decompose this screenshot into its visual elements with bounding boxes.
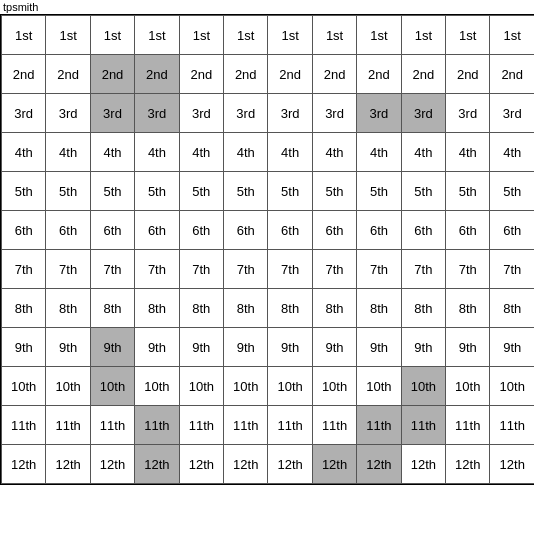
table-cell: 10th — [135, 367, 179, 406]
table-cell: 11th — [312, 406, 356, 445]
table-cell: 12th — [312, 445, 356, 484]
table-cell: 1st — [179, 16, 223, 55]
table-cell: 9th — [490, 328, 534, 367]
table-cell: 7th — [490, 250, 534, 289]
table-cell: 11th — [268, 406, 312, 445]
table-cell: 4th — [2, 133, 46, 172]
table-cell: 2nd — [135, 55, 179, 94]
table-cell: 4th — [268, 133, 312, 172]
table-row: 1st1st1st1st1st1st1st1st1st1st1st1st — [2, 16, 535, 55]
table-row: 6th6th6th6th6th6th6th6th6th6th6th6th — [2, 211, 535, 250]
table-cell: 8th — [490, 289, 534, 328]
table-cell: 5th — [312, 172, 356, 211]
table-cell: 10th — [357, 367, 401, 406]
table-cell: 11th — [179, 406, 223, 445]
table-cell: 4th — [490, 133, 534, 172]
table-cell: 1st — [2, 16, 46, 55]
table-cell: 8th — [401, 289, 445, 328]
table-cell: 3rd — [312, 94, 356, 133]
table-cell: 11th — [446, 406, 490, 445]
table-cell: 10th — [268, 367, 312, 406]
table-cell: 10th — [446, 367, 490, 406]
table-row: 8th8th8th8th8th8th8th8th8th8th8th8th — [2, 289, 535, 328]
table-cell: 10th — [2, 367, 46, 406]
ordinal-grid: 1st1st1st1st1st1st1st1st1st1st1st1st2nd2… — [1, 15, 534, 484]
table-cell: 1st — [446, 16, 490, 55]
table-cell: 12th — [268, 445, 312, 484]
table-cell: 10th — [312, 367, 356, 406]
table-cell: 2nd — [46, 55, 90, 94]
table-cell: 5th — [46, 172, 90, 211]
table-cell: 7th — [268, 250, 312, 289]
table-cell: 9th — [2, 328, 46, 367]
table-cell: 8th — [90, 289, 134, 328]
table-cell: 7th — [135, 250, 179, 289]
table-cell: 10th — [179, 367, 223, 406]
title-bar: tpsmith — [0, 0, 534, 14]
table-cell: 2nd — [268, 55, 312, 94]
table-row: 2nd2nd2nd2nd2nd2nd2nd2nd2nd2nd2nd2nd — [2, 55, 535, 94]
table-cell: 4th — [357, 133, 401, 172]
table-row: 3rd3rd3rd3rd3rd3rd3rd3rd3rd3rd3rd3rd — [2, 94, 535, 133]
table-cell: 4th — [312, 133, 356, 172]
table-cell: 10th — [401, 367, 445, 406]
table-cell: 11th — [2, 406, 46, 445]
table-cell: 4th — [179, 133, 223, 172]
table-cell: 12th — [2, 445, 46, 484]
table-cell: 5th — [2, 172, 46, 211]
table-cell: 1st — [90, 16, 134, 55]
table-cell: 9th — [312, 328, 356, 367]
table-row: 12th12th12th12th12th12th12th12th12th12th… — [2, 445, 535, 484]
table-row: 4th4th4th4th4th4th4th4th4th4th4th4th — [2, 133, 535, 172]
table-cell: 6th — [2, 211, 46, 250]
table-cell: 6th — [46, 211, 90, 250]
table-cell: 7th — [446, 250, 490, 289]
table-cell: 7th — [90, 250, 134, 289]
table-cell: 5th — [490, 172, 534, 211]
table-cell: 11th — [490, 406, 534, 445]
table-cell: 8th — [357, 289, 401, 328]
table-cell: 1st — [135, 16, 179, 55]
table-cell: 7th — [224, 250, 268, 289]
table-cell: 8th — [312, 289, 356, 328]
table-cell: 8th — [224, 289, 268, 328]
table-cell: 7th — [357, 250, 401, 289]
table-cell: 4th — [401, 133, 445, 172]
table-cell: 3rd — [357, 94, 401, 133]
table-cell: 11th — [224, 406, 268, 445]
table-cell: 2nd — [90, 55, 134, 94]
table-cell: 6th — [490, 211, 534, 250]
table-cell: 1st — [46, 16, 90, 55]
table-cell: 12th — [357, 445, 401, 484]
table-cell: 8th — [135, 289, 179, 328]
table-cell: 8th — [446, 289, 490, 328]
table-cell: 9th — [446, 328, 490, 367]
table-cell: 11th — [46, 406, 90, 445]
table-cell: 8th — [179, 289, 223, 328]
table-cell: 4th — [446, 133, 490, 172]
table-cell: 12th — [446, 445, 490, 484]
table-cell: 2nd — [312, 55, 356, 94]
table-cell: 3rd — [268, 94, 312, 133]
table-cell: 9th — [135, 328, 179, 367]
table-cell: 5th — [224, 172, 268, 211]
table-cell: 5th — [179, 172, 223, 211]
table-cell: 5th — [446, 172, 490, 211]
table-cell: 1st — [357, 16, 401, 55]
table-cell: 7th — [2, 250, 46, 289]
table-cell: 5th — [90, 172, 134, 211]
table-cell: 11th — [135, 406, 179, 445]
table-cell: 6th — [312, 211, 356, 250]
table-cell: 6th — [90, 211, 134, 250]
table-cell: 3rd — [490, 94, 534, 133]
table-cell: 3rd — [90, 94, 134, 133]
table-cell: 3rd — [135, 94, 179, 133]
table-cell: 2nd — [2, 55, 46, 94]
table-cell: 3rd — [2, 94, 46, 133]
table-cell: 2nd — [179, 55, 223, 94]
table-cell: 6th — [446, 211, 490, 250]
table-cell: 12th — [224, 445, 268, 484]
table-cell: 9th — [179, 328, 223, 367]
table-cell: 6th — [179, 211, 223, 250]
table-cell: 9th — [90, 328, 134, 367]
